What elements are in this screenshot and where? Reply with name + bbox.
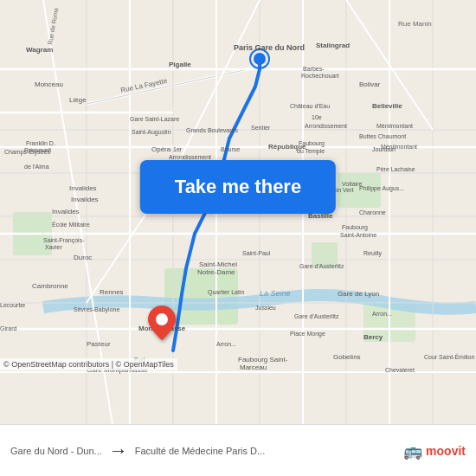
svg-text:Cambronne: Cambronne [32, 282, 68, 290]
svg-text:Rochechouart: Rochechouart [301, 73, 339, 79]
svg-text:Paris Gare du Nord: Paris Gare du Nord [234, 43, 305, 52]
destination-pin [148, 306, 176, 344]
svg-text:Charonne: Charonne [359, 209, 386, 215]
svg-text:de l'Alma: de l'Alma [24, 164, 49, 170]
svg-text:Reuilly: Reuilly [363, 250, 383, 257]
svg-text:Voltaire: Voltaire [342, 181, 362, 187]
svg-point-30 [254, 53, 266, 65]
svg-text:Belleville: Belleville [372, 102, 402, 110]
svg-rect-1 [164, 268, 238, 325]
footer-destination: Faculté de Médecine Paris D... [135, 446, 265, 456]
svg-text:Saint-Antoine: Saint-Antoine [340, 232, 376, 238]
map-attribution: © OpenStreetMap contributors | © OpenMap… [0, 358, 177, 370]
svg-text:Château d'Eau: Château d'Eau [290, 103, 330, 109]
svg-text:Arrondissement: Arrondissement [305, 123, 347, 129]
svg-text:Franklin D.: Franklin D. [26, 140, 55, 146]
svg-text:École Militaire: École Militaire [52, 221, 90, 228]
svg-text:La Seine: La Seine [260, 289, 291, 298]
svg-text:Gare de Lyon: Gare de Lyon [338, 290, 379, 298]
svg-text:Ménilmontant: Ménilmontant [376, 123, 413, 129]
svg-text:Bercy: Bercy [363, 333, 383, 341]
svg-text:Saint-Augustin: Saint-Augustin [132, 129, 171, 136]
svg-text:Gare Saint-Lazare: Gare Saint-Lazare [130, 116, 179, 122]
svg-text:Roosevelt: Roosevelt [24, 147, 51, 153]
svg-text:Philippe Augus...: Philippe Augus... [359, 185, 404, 192]
svg-text:Opéra: Opéra [151, 145, 171, 153]
svg-text:Arron...: Arron... [372, 311, 392, 317]
moovit-icon: 🚌 [403, 441, 422, 460]
svg-text:Rennes: Rennes [100, 288, 124, 296]
svg-text:Xavier: Xavier [45, 244, 63, 250]
svg-text:1er: 1er [173, 146, 183, 152]
svg-text:Bourse: Bourse [221, 146, 240, 152]
svg-text:Monceau: Monceau [35, 80, 63, 88]
svg-text:Buttes Chaumont: Buttes Chaumont [359, 133, 406, 139]
svg-text:Ménilmontant: Ménilmontant [381, 144, 417, 150]
svg-text:Faubourg Saint-: Faubourg Saint- [238, 356, 288, 363]
svg-text:Girard: Girard [0, 325, 17, 331]
svg-text:Duroc: Duroc [74, 254, 92, 261]
svg-text:Lecourbe: Lecourbe [0, 302, 25, 308]
svg-text:Faubourg: Faubourg [299, 140, 325, 147]
svg-text:Saint-François-: Saint-François- [43, 237, 85, 244]
svg-text:Pasteur: Pasteur [87, 340, 111, 348]
svg-text:Invalides: Invalides [69, 184, 97, 192]
svg-text:Place Monge: Place Monge [290, 331, 325, 338]
svg-text:Marceau: Marceau [240, 363, 267, 371]
svg-text:Invalides: Invalides [52, 208, 80, 215]
svg-text:Bolivar: Bolivar [359, 80, 381, 88]
svg-text:Sèvres-Babylone: Sèvres-Babylone [74, 306, 119, 313]
svg-point-117 [156, 313, 168, 325]
svg-text:Grands Boulevards: Grands Boulevards [186, 127, 238, 133]
svg-text:Cour Saint-Émilion: Cour Saint-Émilion [424, 353, 474, 360]
moovit-brand-name: moovit [426, 444, 466, 458]
svg-text:Saint-Michel: Saint-Michel [199, 261, 237, 268]
svg-text:Liège: Liège [69, 96, 87, 104]
svg-text:Gare d'Austerlitz: Gare d'Austerlitz [294, 313, 339, 319]
svg-text:Wagram: Wagram [26, 46, 53, 54]
footer-origin: Gare du Nord - Dun... [10, 446, 102, 456]
moovit-logo: 🚌 moovit [403, 441, 466, 460]
svg-text:Arron...: Arron... [216, 341, 236, 347]
svg-text:Gare d'Austerlitz: Gare d'Austerlitz [299, 263, 344, 269]
svg-text:Jussieu: Jussieu [255, 305, 276, 311]
map-container: Rue La Fayette Rue Manin La Seine Rue de… [0, 0, 476, 424]
svg-text:Rue Manin: Rue Manin [398, 20, 432, 28]
svg-text:Stalingrad: Stalingrad [316, 42, 350, 49]
footer-origin-label: Gare du Nord - Dun... [10, 446, 102, 456]
take-me-there-button[interactable]: Take me there [140, 160, 336, 214]
svg-text:Quartier Latin: Quartier Latin [208, 289, 245, 296]
svg-text:Saint-Paul: Saint-Paul [242, 250, 271, 256]
svg-text:Gobelins: Gobelins [333, 353, 361, 361]
svg-text:10e: 10e [312, 114, 322, 120]
svg-text:Chevaleret: Chevaleret [385, 367, 415, 373]
svg-text:Notre-Dame: Notre-Dame [197, 268, 235, 276]
svg-text:Père Lachaise: Père Lachaise [376, 166, 415, 172]
svg-text:Invalides: Invalides [71, 196, 99, 203]
svg-text:Barbes-: Barbes- [303, 66, 325, 72]
svg-text:Pigalle: Pigalle [169, 61, 191, 68]
footer-destination-label: Faculté de Médecine Paris D... [135, 446, 265, 456]
svg-text:du Temple: du Temple [297, 148, 325, 155]
footer-arrow: → [109, 440, 128, 462]
footer: Gare du Nord - Dun... → Faculté de Médec… [0, 424, 476, 476]
svg-text:Sentier: Sentier [251, 125, 271, 131]
svg-text:Faubourg: Faubourg [342, 224, 368, 231]
